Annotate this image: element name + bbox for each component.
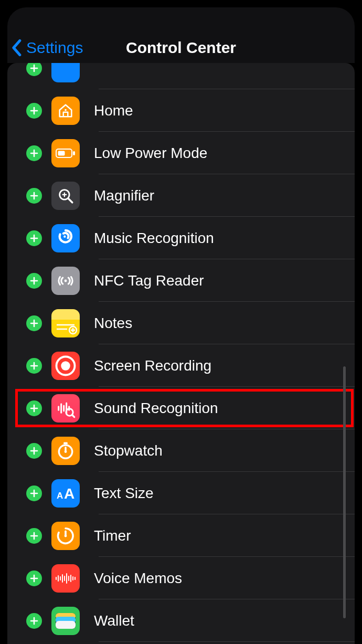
svg-point-18	[63, 235, 66, 237]
plus-icon	[29, 361, 39, 371]
label-screen-recording: Screen Recording	[94, 357, 355, 374]
svg-point-48	[65, 450, 67, 453]
row-stopwatch: Stopwatch	[26, 429, 355, 472]
label-low-power-mode: Low Power Mode	[94, 145, 355, 162]
sound-recognition-icon	[51, 394, 80, 423]
chevron-left-icon	[10, 39, 22, 57]
plus-icon	[29, 319, 39, 328]
separator	[99, 641, 355, 642]
svg-point-4	[65, 109, 67, 111]
plus-icon	[29, 489, 39, 498]
label-voice-memos: Voice Memos	[94, 570, 355, 587]
nfc-tag-reader-icon	[51, 267, 80, 295]
row-low-power-mode: Low Power Mode	[26, 132, 355, 174]
home-icon	[51, 97, 80, 125]
svg-rect-24	[51, 309, 80, 320]
row-wallet: Wallet	[26, 599, 355, 642]
row-voice-memos: Voice Memos	[26, 557, 355, 599]
plus-icon	[29, 276, 39, 286]
label-wallet: Wallet	[94, 613, 355, 629]
plus-icon	[29, 404, 39, 413]
svg-text:A: A	[64, 485, 74, 502]
add-button-music-recognition[interactable]	[26, 230, 42, 246]
add-button-notes[interactable]	[26, 315, 42, 331]
plus-icon	[29, 106, 39, 115]
navigation-bar: Settings Control Center	[7, 7, 355, 63]
label-text-size: Text Size	[94, 485, 355, 502]
add-button-screen-recording[interactable]	[26, 358, 42, 374]
svg-rect-8	[58, 151, 65, 155]
label-nfc-tag-reader: NFC Tag Reader	[94, 272, 355, 289]
add-button-sound-recognition[interactable]	[26, 400, 42, 416]
row-notes: Notes	[26, 302, 355, 344]
add-button-partial-top[interactable]	[26, 63, 42, 76]
svg-rect-9	[73, 151, 75, 155]
row-music-recognition: Music Recognition	[26, 217, 355, 259]
back-label: Settings	[26, 39, 83, 57]
partial-top-icon	[51, 63, 80, 82]
label-magnifier: Magnifier	[94, 187, 355, 204]
music-recognition-icon	[51, 224, 80, 252]
plus-icon	[29, 149, 39, 158]
plus-icon	[29, 616, 39, 626]
row-sound-recognition: Sound Recognition	[26, 387, 355, 429]
timer-icon	[51, 522, 80, 550]
add-button-magnifier[interactable]	[26, 188, 42, 204]
plus-icon	[29, 531, 39, 541]
svg-line-13	[68, 198, 72, 202]
content-scroll[interactable]: HomeLow Power ModeMagnifierMusic Recogni…	[7, 63, 355, 644]
add-button-home[interactable]	[26, 103, 42, 119]
label-timer: Timer	[94, 527, 355, 544]
row-nfc-tag-reader: NFC Tag Reader	[26, 259, 355, 302]
add-button-stopwatch[interactable]	[26, 443, 42, 459]
plus-icon	[29, 191, 39, 200]
low-power-mode-icon	[51, 139, 80, 167]
wallet-icon	[51, 607, 80, 635]
svg-point-21	[65, 279, 67, 282]
svg-line-42	[72, 415, 74, 417]
label-stopwatch: Stopwatch	[94, 442, 355, 459]
plus-icon	[29, 574, 39, 583]
label-sound-recognition: Sound Recognition	[94, 400, 355, 417]
text-size-icon: AA	[51, 479, 80, 508]
svg-point-56	[65, 534, 67, 537]
back-button[interactable]: Settings	[10, 39, 83, 57]
plus-icon	[29, 64, 39, 73]
label-music-recognition: Music Recognition	[94, 230, 355, 247]
magnifier-icon	[51, 182, 80, 210]
svg-point-33	[61, 361, 70, 371]
voice-memos-icon	[51, 564, 80, 593]
screen-recording-icon	[51, 352, 80, 380]
label-notes: Notes	[94, 315, 355, 332]
add-button-timer[interactable]	[26, 528, 42, 544]
row-screen-recording: Screen Recording	[26, 344, 355, 387]
device-frame: Settings Control Center HomeLow Power Mo…	[7, 7, 355, 644]
add-button-wallet[interactable]	[26, 613, 42, 629]
plus-icon	[29, 446, 39, 456]
add-button-voice-memos[interactable]	[26, 571, 42, 586]
row-text-size: AAText Size	[26, 472, 355, 514]
notes-icon	[51, 309, 80, 337]
add-button-low-power-mode[interactable]	[26, 145, 42, 161]
controls-list: HomeLow Power ModeMagnifierMusic Recogni…	[7, 63, 355, 642]
svg-text:A: A	[57, 491, 63, 501]
stopwatch-icon	[51, 437, 80, 465]
row-magnifier: Magnifier	[26, 174, 355, 217]
label-home: Home	[94, 102, 355, 119]
row-home: Home	[26, 89, 355, 132]
plus-icon	[29, 234, 39, 243]
add-button-text-size[interactable]	[26, 485, 42, 501]
row-timer: Timer	[26, 514, 355, 557]
svg-rect-74	[56, 621, 76, 629]
scrollbar-thumb[interactable]	[343, 366, 346, 618]
row-partial-top	[26, 63, 355, 89]
add-button-nfc-tag-reader[interactable]	[26, 273, 42, 289]
svg-rect-47	[63, 442, 68, 444]
